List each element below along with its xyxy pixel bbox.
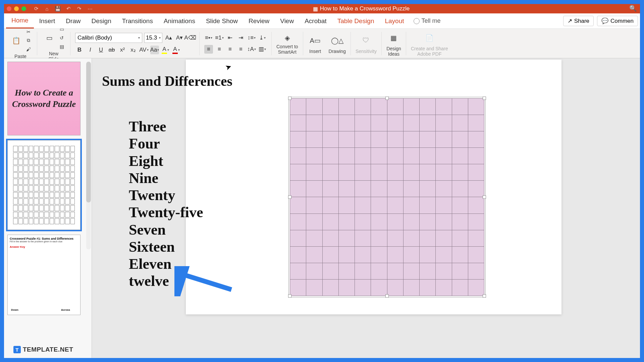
- increase-font-icon[interactable]: A▴: [164, 34, 173, 42]
- qat-more-icon[interactable]: ⋯: [87, 5, 93, 12]
- word-item: Four: [129, 135, 203, 152]
- bullets-button[interactable]: ≡•: [204, 34, 213, 42]
- italic-button[interactable]: I: [86, 46, 95, 54]
- resize-handle-tr[interactable]: [483, 97, 486, 100]
- sensitivity-icon[interactable]: 🛡: [359, 33, 373, 48]
- shapes-icon[interactable]: ◯△: [330, 33, 344, 48]
- smartart-icon[interactable]: ◈: [282, 33, 292, 43]
- word-item: Twenty: [129, 187, 203, 203]
- tab-home[interactable]: Home: [6, 13, 34, 28]
- align-left-button[interactable]: ≡: [204, 45, 213, 54]
- resize-handle-bm[interactable]: [385, 294, 389, 298]
- share-label: Share: [574, 18, 589, 24]
- titlebar: ⟳ ⌂ 💾 ↶ ↷ ⋯ ▦ How to Make a Crowssword P…: [4, 4, 640, 13]
- home-icon[interactable]: ⌂: [44, 5, 50, 12]
- slide-thumbnail-3[interactable]: Crossword Puzzle #1: Sums and Difference…: [7, 235, 80, 315]
- undo-icon[interactable]: ↶: [65, 5, 72, 12]
- numbering-button[interactable]: ≡1: [215, 34, 224, 42]
- word-list[interactable]: Three Four Eight Nine Twenty Twenty-five…: [129, 118, 203, 290]
- word-item: Seven: [129, 222, 203, 238]
- thumbnail-scrollbar[interactable]: [86, 62, 91, 249]
- maximize-window-button[interactable]: [21, 6, 26, 11]
- new-slide-icon[interactable]: ▭: [42, 31, 57, 45]
- slide-title[interactable]: Sums and Differences: [102, 73, 232, 89]
- tab-table-design[interactable]: Table Design: [332, 14, 380, 28]
- slide-thumbnail-2[interactable]: [7, 140, 80, 230]
- thumb3-subtitle: Fill in the answer to the problem given …: [10, 240, 78, 243]
- window-controls: [7, 6, 26, 11]
- autosave-icon[interactable]: ⟳: [33, 5, 40, 12]
- resize-handle-tl[interactable]: [288, 97, 291, 100]
- font-group: Calibri (Body) ▾ 15.3 ▾ A▴ A▾ A⌫ B I U a…: [73, 30, 197, 57]
- resize-handle-ml[interactable]: [288, 195, 291, 199]
- slide-thumbnail-1[interactable]: How to Create a Crossword Puzzle: [7, 62, 80, 135]
- comments-button[interactable]: 💬 Commen: [597, 16, 638, 26]
- copy-icon[interactable]: ⧉: [25, 37, 32, 44]
- font-color-button[interactable]: A: [172, 46, 180, 54]
- design-ideas-label: Design Ideas: [386, 46, 401, 57]
- crossword-table-selected[interactable]: [290, 98, 484, 296]
- slide-canvas[interactable]: Sums and Differences Three Four Eight Ni…: [186, 60, 561, 314]
- reset-dropdown[interactable]: ↺: [58, 34, 65, 42]
- smartart-label: Convert to SmartArt: [276, 44, 298, 55]
- redo-icon[interactable]: ↷: [76, 5, 83, 12]
- comments-label: Commen: [610, 18, 634, 24]
- chevron-down-icon: ▾: [159, 36, 161, 40]
- section-dropdown[interactable]: ▤: [58, 43, 65, 50]
- line-spacing-button[interactable]: ↕≡: [247, 34, 256, 42]
- decrease-font-icon[interactable]: A▾: [175, 34, 184, 42]
- justify-button[interactable]: ≡: [236, 45, 245, 54]
- change-case-button[interactable]: Aa: [150, 46, 159, 54]
- subscript-button[interactable]: x₂: [129, 46, 138, 54]
- adobe-pdf-icon[interactable]: 📄: [422, 31, 437, 45]
- doc-title-wrap: ▦ How to Make a Crowssword Puzzle: [93, 5, 629, 12]
- close-window-button[interactable]: [7, 6, 11, 11]
- align-text-button[interactable]: ↕A: [247, 45, 256, 54]
- text-direction-button[interactable]: ⤓: [258, 34, 267, 42]
- tab-transitions[interactable]: Transitions: [117, 14, 158, 28]
- tab-acrobat[interactable]: Acrobat: [299, 14, 332, 28]
- word-item: Sixteen: [129, 239, 203, 255]
- increase-indent-button[interactable]: ⇥: [236, 34, 245, 42]
- save-icon[interactable]: 💾: [54, 5, 61, 12]
- resize-handle-br[interactable]: [483, 294, 486, 298]
- watermark: T TEMPLATE.NET: [13, 346, 73, 353]
- strikethrough-button[interactable]: ab: [107, 46, 116, 54]
- resize-handle-bl[interactable]: [288, 294, 291, 298]
- tab-layout[interactable]: Layout: [379, 14, 409, 28]
- decrease-indent-button[interactable]: ⇤: [226, 34, 234, 42]
- design-ideas-icon[interactable]: ▦: [386, 31, 401, 45]
- scrollbar-thumb[interactable]: [86, 62, 91, 202]
- superscript-button[interactable]: x²: [118, 46, 127, 54]
- tab-design[interactable]: Design: [86, 14, 117, 28]
- tab-review[interactable]: Review: [243, 14, 275, 28]
- font-size-select[interactable]: 15.3 ▾: [144, 33, 162, 43]
- app-window: ⟳ ⌂ 💾 ↶ ↷ ⋯ ▦ How to Make a Crowssword P…: [0, 0, 644, 362]
- layout-dropdown[interactable]: ▭: [58, 25, 65, 33]
- tab-view[interactable]: View: [275, 14, 299, 28]
- search-icon[interactable]: 🔍: [629, 5, 637, 13]
- char-spacing-button[interactable]: AV: [140, 46, 148, 54]
- resize-handle-mr[interactable]: [483, 195, 486, 199]
- tab-animations[interactable]: Animations: [158, 14, 201, 28]
- columns-button[interactable]: ▥: [258, 45, 267, 54]
- share-button[interactable]: ↗ Share: [563, 16, 594, 26]
- paste-icon[interactable]: 📋: [9, 33, 23, 48]
- textbox-icon[interactable]: A▭: [308, 33, 323, 48]
- tell-me-label: Tell me: [422, 17, 441, 24]
- minimize-window-button[interactable]: [14, 6, 19, 11]
- cut-icon[interactable]: ✂: [25, 28, 32, 36]
- thumb2-grid: [12, 145, 75, 225]
- underline-button[interactable]: U: [97, 46, 105, 54]
- format-painter-icon[interactable]: 🖌: [25, 46, 32, 53]
- align-center-button[interactable]: ≡: [215, 45, 224, 54]
- bold-button[interactable]: B: [75, 46, 84, 54]
- highlight-color-button[interactable]: A: [161, 46, 170, 54]
- document-title: How to Make a Crowssword Puzzle: [320, 5, 410, 12]
- tab-slideshow[interactable]: Slide Show: [201, 14, 243, 28]
- resize-handle-tm[interactable]: [385, 97, 389, 100]
- tell-me-search[interactable]: Tell me: [414, 17, 441, 24]
- font-name-select[interactable]: Calibri (Body) ▾: [75, 33, 142, 43]
- align-right-button[interactable]: ≡: [226, 45, 234, 54]
- clear-formatting-icon[interactable]: A⌫: [186, 34, 195, 42]
